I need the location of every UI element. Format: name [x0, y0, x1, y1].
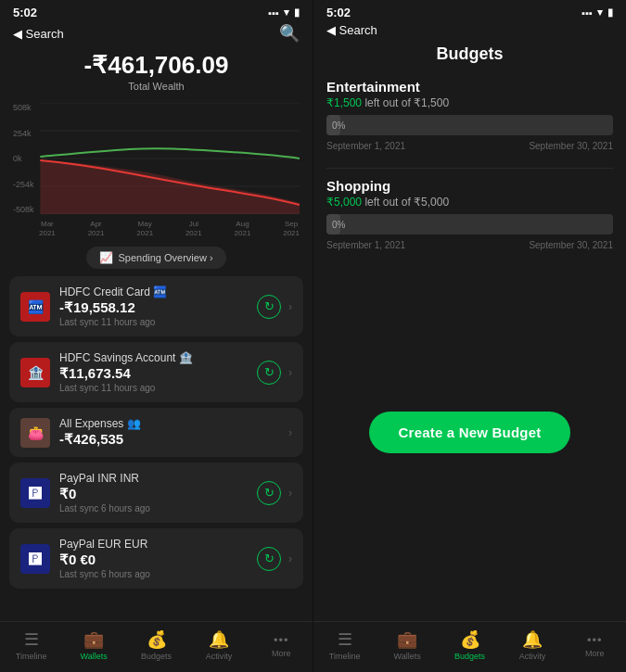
budget-end-shopping: September 30, 2021: [529, 240, 613, 250]
account-actions-paypal-eur: ↻ ›: [257, 547, 292, 571]
paypal-inr-icon: 🅿: [20, 478, 50, 508]
nav-item-timeline-left[interactable]: ☰ Timeline: [0, 629, 62, 661]
chart-y-label-5: -508k: [13, 205, 34, 214]
account-actions-paypal-inr: ↻ ›: [257, 481, 292, 505]
chevron-paypal-eur: ›: [288, 552, 292, 565]
budget-remaining-entertainment: ₹1,500 left out of ₹1,500: [326, 96, 613, 109]
wallets-label-right: Wallets: [394, 652, 421, 661]
account-amount-paypal-eur: ₹0 €0: [59, 552, 248, 568]
create-new-budget-button[interactable]: Create a New Budget: [369, 412, 571, 453]
budget-bar-fill-entertainment: 0%: [326, 115, 340, 135]
battery-icon-right: ▮: [607, 6, 613, 19]
account-info-paypal-inr: PayPal INR INR ₹0 Last sync 6 hours ago: [59, 472, 248, 514]
budget-start-shopping: September 1, 2021: [326, 240, 405, 250]
activity-icon-right: 🔔: [522, 629, 543, 650]
refresh-button-hdfc-credit[interactable]: ↻: [257, 295, 281, 319]
budget-item-entertainment: Entertainment ₹1,500 left out of ₹1,500 …: [326, 79, 613, 158]
account-card-expenses[interactable]: 👛 All Expenses 👥 -₹426,535 ›: [9, 408, 303, 457]
nav-item-more-right[interactable]: ••• More: [564, 633, 626, 658]
activity-label-left: Activity: [206, 652, 233, 661]
chevron-paypal-inr: ›: [288, 487, 292, 500]
nav-item-timeline-right[interactable]: ☰ Timeline: [313, 629, 376, 661]
bottom-nav-left: ☰ Timeline 💼 Wallets 💰 Budgets 🔔 Activit…: [0, 621, 313, 672]
account-amount-paypal-inr: ₹0: [59, 486, 248, 502]
search-icon-left[interactable]: 🔍: [279, 23, 300, 44]
chart-x-3: May2021: [136, 220, 153, 237]
left-panel: 5:02 ▪▪▪ ▾ ▮ ◀ Search 🔍 -₹461,706.09 Tot…: [0, 0, 313, 672]
nav-bar-left: ◀ Search 🔍: [0, 21, 313, 47]
budgets-label-left: Budgets: [141, 652, 172, 661]
wifi-icon: ▾: [284, 6, 289, 19]
refresh-button-hdfc-savings[interactable]: ↻: [257, 361, 281, 385]
budget-bar-label-shopping: 0%: [332, 220, 345, 230]
paypal-eur-icon: 🅿: [20, 544, 50, 574]
page-title-wrap: Budgets: [313, 41, 626, 73]
budgets-content: Entertainment ₹1,500 left out of ₹1,500 …: [313, 73, 626, 621]
budget-bar-fill-shopping: 0%: [326, 214, 340, 235]
budgets-label-right: Budgets: [454, 652, 485, 661]
timeline-icon-right: ☰: [338, 629, 352, 650]
back-button-right[interactable]: ◀ Search: [326, 23, 377, 37]
account-name-paypal-inr: PayPal INR INR: [59, 472, 248, 485]
wallets-label-left: Wallets: [81, 652, 108, 661]
back-button-left[interactable]: ◀ Search: [13, 27, 64, 41]
account-info-hdfc-credit: HDFC Credit Card 🏧 -₹19,558.12 Last sync…: [59, 285, 248, 327]
account-sync-hdfc-savings: Last sync 11 hours ago: [59, 383, 248, 393]
refresh-button-paypal-eur[interactable]: ↻: [257, 547, 281, 571]
refresh-button-paypal-inr[interactable]: ↻: [257, 481, 281, 505]
expenses-icon: 👛: [20, 418, 50, 448]
nav-item-wallets-left[interactable]: 💼 Wallets: [62, 629, 124, 661]
account-card-hdfc-credit[interactable]: 🏧 HDFC Credit Card 🏧 -₹19,558.12 Last sy…: [9, 276, 303, 336]
chart-x-6: Sep2021: [283, 220, 300, 237]
budget-bar-entertainment: 0%: [326, 115, 613, 135]
chart-svg: [13, 103, 300, 214]
account-card-hdfc-savings[interactable]: 🏦 HDFC Savings Account 🏦 ₹11,673.54 Last…: [9, 342, 303, 402]
budget-bar-shopping: 0%: [326, 214, 613, 235]
nav-item-activity-left[interactable]: 🔔 Activity: [187, 629, 249, 661]
nav-item-budgets-left[interactable]: 💰 Budgets: [125, 629, 187, 661]
signal-icon-right: ▪▪▪: [581, 7, 593, 19]
budget-category-entertainment: Entertainment: [326, 79, 613, 95]
chart-y-labels: 508k 254k 0k -254k -508k: [13, 103, 34, 214]
battery-icon: ▮: [294, 6, 300, 19]
chevron-hdfc-credit: ›: [288, 300, 292, 313]
chart-x-labels: Mar2021 Apr2021 May2021 Jul2021 Aug2021 …: [13, 218, 300, 237]
nav-item-activity-right[interactable]: 🔔 Activity: [501, 629, 563, 661]
account-card-paypal-inr[interactable]: 🅿 PayPal INR INR ₹0 Last sync 6 hours ag…: [9, 463, 303, 523]
wallets-icon-left: 💼: [83, 629, 104, 650]
account-info-hdfc-savings: HDFC Savings Account 🏦 ₹11,673.54 Last s…: [59, 351, 248, 393]
account-sync-hdfc-credit: Last sync 11 hours ago: [59, 317, 248, 327]
signal-icon: ▪▪▪: [268, 7, 279, 19]
account-name-hdfc-savings: HDFC Savings Account 🏦: [59, 351, 248, 364]
account-name-expenses: All Expenses 👥: [59, 417, 279, 430]
spending-overview-label: Spending Overview ›: [118, 252, 212, 263]
more-icon-right: •••: [587, 633, 603, 647]
nav-item-wallets-right[interactable]: 💼 Wallets: [376, 629, 438, 661]
budget-dates-shopping: September 1, 2021 September 30, 2021: [326, 240, 613, 250]
account-actions-expenses: ›: [288, 426, 292, 439]
time-left: 5:02: [13, 6, 37, 19]
budget-divider: [326, 168, 613, 169]
hdfc-savings-icon: 🏦: [20, 358, 50, 387]
budget-remaining-shopping: ₹5,000 left out of ₹5,000: [326, 196, 613, 209]
status-icons-left: ▪▪▪ ▾ ▮: [268, 6, 300, 19]
budgets-icon-left: 💰: [147, 629, 167, 650]
account-name-hdfc-credit: HDFC Credit Card 🏧: [59, 285, 248, 298]
nav-item-budgets-right[interactable]: 💰 Budgets: [439, 629, 501, 661]
account-actions-hdfc-credit: ↻ ›: [257, 295, 292, 319]
nav-item-more-left[interactable]: ••• More: [250, 633, 313, 658]
account-card-paypal-eur[interactable]: 🅿 PayPal EUR EUR ₹0 €0 Last sync 6 hours…: [9, 528, 303, 589]
chart-area: 508k 254k 0k -254k -508k Mar2021 Apr2021…: [0, 97, 313, 241]
budget-bar-label-entertainment: 0%: [332, 120, 345, 131]
account-info-expenses: All Expenses 👥 -₹426,535: [59, 417, 279, 448]
account-amount-expenses: -₹426,535: [59, 431, 279, 448]
budget-start-entertainment: September 1, 2021: [326, 141, 405, 151]
status-bar-left: 5:02 ▪▪▪ ▾ ▮: [0, 0, 313, 21]
nav-bar-right: ◀ Search: [313, 21, 626, 41]
activity-icon-left: 🔔: [209, 629, 229, 650]
chevron-expenses: ›: [288, 426, 292, 439]
budget-category-shopping: Shopping: [326, 178, 613, 194]
spending-overview-button[interactable]: 📈 Spending Overview ›: [86, 247, 225, 269]
budget-item-shopping: Shopping ₹5,000 left out of ₹5,000 0% Se…: [326, 178, 613, 258]
budget-end-entertainment: September 30, 2021: [529, 141, 613, 151]
